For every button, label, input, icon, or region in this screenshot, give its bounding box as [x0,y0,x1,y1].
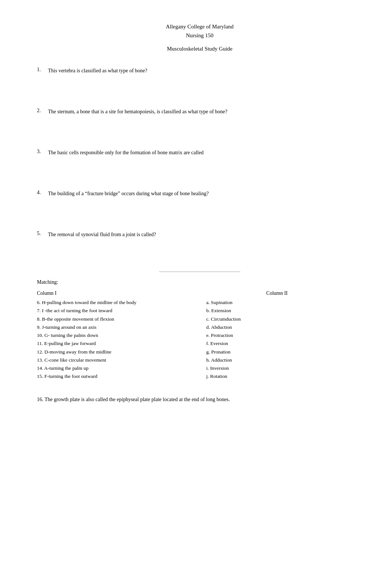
section-divider [159,272,240,272]
question-4-text: The building of a “fracture bridge” occu… [48,190,362,197]
question-2-text: The sternum, a bone that is a site for h… [48,108,362,115]
match-right-8: h. Adduction [206,356,362,364]
match-left-4: 9. J-turning around on an axis [37,323,206,331]
questions-section: 1. This vertebra is classified as what t… [37,67,362,238]
question-3: 3. The basic cells responsible only for … [37,149,362,156]
question-1-number: 1. [37,67,48,73]
question-1-text: This vertebra is classified as what type… [48,67,362,75]
match-right-6: f. Eversion [206,339,362,348]
question-3-number: 3. [37,149,48,155]
column-right: Column II a. Supination b. Extension c. … [206,290,362,381]
match-right-7: g. Pronation [206,348,362,356]
match-left-6: 11. E-pulling the jaw forward [37,339,206,348]
match-left-10: 15. F-turning the foot outward [37,372,206,380]
question-3-text: The basic cells responsible only for the… [48,149,362,156]
question-5: 5. The removal of synovial fluid from a … [37,231,362,238]
page-header: Allegany College of Maryland Nursing 150… [37,22,362,52]
course-name: Nursing 150 [37,31,362,40]
question-5-text: The removal of synovial fluid from a joi… [48,231,362,238]
match-left-3: 8. B-the opposite movement of flexion [37,315,206,323]
match-right-1: a. Supination [206,299,362,307]
matching-section: Matching: Column I 6. H-pulling down tow… [37,279,362,381]
question-4-number: 4. [37,190,48,196]
question-2: 2. The sternum, a bone that is a site fo… [37,108,362,115]
match-right-9: i. Inversion [206,364,362,372]
match-right-2: b. Extension [206,307,362,315]
column-left: Column I 6. H-pulling down toward the mi… [37,290,206,381]
question-1: 1. This vertebra is classified as what t… [37,67,362,75]
match-left-2: 7. I -the act of turning the foot inward [37,307,206,315]
page: Allegany College of Maryland Nursing 150… [0,0,392,576]
match-left-7: 12. D-moving away from the midline [37,348,206,356]
question-16: 16. The growth plate is also called the … [37,396,362,403]
match-left-1: 6. H-pulling down toward the midline of … [37,299,206,307]
question-2-number: 2. [37,108,48,114]
study-guide-title: Musculoskeletal Study Guide [37,46,362,52]
match-right-5: e. Protraction [206,331,362,339]
matching-label: Matching: [37,279,362,285]
column-left-header: Column I [37,290,206,296]
match-right-3: c. Circumduction [206,315,362,323]
column-right-header: Column II [206,290,362,296]
match-left-9: 14. A-turning the palm up [37,364,206,372]
question-4: 4. The building of a “fracture bridge” o… [37,190,362,197]
match-left-5: 10. G- turning the palms down [37,331,206,339]
question-5-number: 5. [37,231,48,237]
match-left-8: 13. C-cone like circular movement [37,356,206,364]
college-name: Allegany College of Maryland [37,22,362,31]
matching-columns: Column I 6. H-pulling down toward the mi… [37,290,362,381]
match-right-10: j. Rotation [206,372,362,380]
match-right-4: d. Abduction [206,323,362,331]
